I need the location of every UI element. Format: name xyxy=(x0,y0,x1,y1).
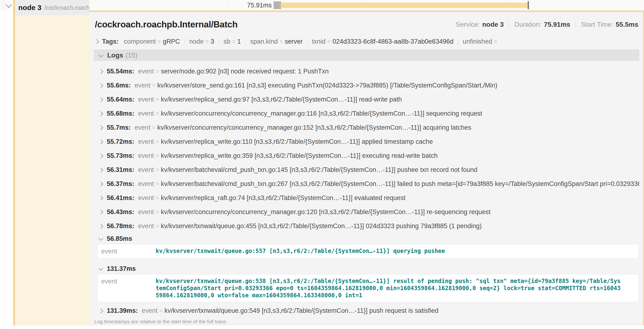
log-key: event xyxy=(138,152,154,160)
log-key: event xyxy=(138,138,154,146)
tag-item: component = gRPC xyxy=(124,38,180,45)
chevron-down-icon xyxy=(99,52,104,57)
log-message: kv/kvserver/batcheval/cmd_push_txn.go:26… xyxy=(161,180,639,188)
left-gutter-divider xyxy=(4,0,4,329)
log-list: 55.54ms: event = server/node.go:902 [n3]… xyxy=(94,61,639,318)
log-key: event xyxy=(142,307,158,314)
log-tick-marks xyxy=(274,2,281,9)
span-duration-label: 75.91ms xyxy=(222,0,272,10)
log-field-key: event xyxy=(101,278,156,299)
log-time: 55.7ms: xyxy=(107,124,131,131)
chevron-right-icon xyxy=(98,126,103,130)
tag-separator xyxy=(307,38,308,45)
log-entry-row[interactable]: 56.31ms: event = kv/kvserver/batcheval/c… xyxy=(94,163,639,177)
span-meta-item: Start Time: 55.5ms xyxy=(570,21,638,28)
log-entry-row[interactable]: 55.54ms: event = server/node.go:902 [n3]… xyxy=(94,64,639,78)
log-message: kv/kvserver/txnwait/queue.go:455 [n3,s3,… xyxy=(161,222,482,230)
log-key: event xyxy=(135,82,150,89)
log-key: event xyxy=(138,194,154,202)
tag-equals-icon: = xyxy=(206,38,208,45)
log-equals-icon: = xyxy=(156,110,159,117)
tag-equals-icon: = xyxy=(232,38,235,45)
log-equals-icon: = xyxy=(160,308,162,314)
selected-span-row[interactable]: node 3 /cockroach.roach… xyxy=(15,0,89,15)
tag-key: sb xyxy=(224,38,230,45)
tags-label: Tags: xyxy=(102,38,119,45)
log-entry-row[interactable]: 56.43ms: event = kv/kvserver/concurrency… xyxy=(94,205,639,219)
log-message: kv/kvserver/replica_send.go:97 [n3,s3,r6… xyxy=(161,96,402,103)
span-meta-item: Duration: 75.91ms xyxy=(504,21,570,28)
log-entry-row[interactable]: 55.73ms: event = kv/kvserver/replica_wri… xyxy=(94,149,639,163)
tag-value: 1 xyxy=(238,38,241,45)
chevron-right-icon xyxy=(98,168,103,172)
chevron-right-icon xyxy=(98,97,103,102)
log-entry-expanded: 56.85ms event kv/kvserver/txnwait/queue.… xyxy=(94,233,639,258)
span-service-name: node 3 xyxy=(18,4,42,12)
log-message: kv/kvserver/concurrency/concurrency_mana… xyxy=(157,124,471,131)
log-entry-expanded-header[interactable]: 56.85ms xyxy=(94,233,639,244)
meta-separator xyxy=(576,21,576,28)
tag-equals-icon: = xyxy=(158,38,161,45)
chevron-right-icon xyxy=(98,69,103,74)
log-time: 56.85ms xyxy=(107,235,132,242)
span-detail-panel: /cockroach.roachpb.Internal/Batch Servic… xyxy=(89,10,644,325)
tag-separator xyxy=(219,38,219,45)
meta-separator xyxy=(509,21,509,28)
log-message: kv/kvserver/concurrency/concurrency_mana… xyxy=(161,110,482,117)
log-entry-row[interactable]: 55.68ms: event = kv/kvserver/concurrency… xyxy=(94,106,639,121)
log-key: event xyxy=(138,166,154,174)
log-message: kv/kvserver/txnwait/queue.go:549 [n3,s3,… xyxy=(164,307,438,314)
span-color-accent xyxy=(13,0,15,326)
span-duration-bar[interactable] xyxy=(280,2,529,8)
log-field-key: event xyxy=(101,248,156,255)
tag-key: txnid xyxy=(312,38,326,45)
log-entry-row[interactable]: 55.7ms: event = kv/kvserver/concurrency/… xyxy=(94,121,639,135)
log-time: 56.41ms: xyxy=(107,194,134,202)
log-entry-row[interactable]: 56.41ms: event = kv/kvserver/replica_raf… xyxy=(94,191,639,205)
chevron-right-icon xyxy=(98,210,103,214)
span-name-column: node 3 /cockroach.roach… xyxy=(13,0,89,326)
log-time: 55.73ms: xyxy=(107,152,134,160)
tag-equals-icon: = xyxy=(494,38,497,45)
meta-label: Start Time: xyxy=(581,21,613,28)
log-equals-icon: = xyxy=(156,195,159,201)
tag-item: sb = 1 xyxy=(214,38,241,45)
meta-value: 75.91ms xyxy=(544,21,570,28)
tag-item: unfinished = xyxy=(454,38,499,45)
log-time: 55.72ms: xyxy=(107,138,134,146)
tag-equals-icon: = xyxy=(328,38,330,45)
log-entry-row[interactable]: 56.78ms: event = kv/kvserver/txnwait/que… xyxy=(94,219,639,233)
log-entry-row[interactable]: 56.37ms: event = kv/kvserver/batcheval/c… xyxy=(94,177,639,191)
log-entry-row[interactable]: 55.72ms: event = kv/kvserver/replica_wri… xyxy=(94,135,639,149)
log-time: 56.37ms: xyxy=(107,180,134,188)
chevron-right-icon xyxy=(98,83,103,88)
log-field-value: kv/kvserver/txnwait/queue.go:557 [n3,s3,… xyxy=(156,248,622,255)
tag-separator xyxy=(458,38,458,45)
chevron-right-icon xyxy=(98,196,103,200)
log-message: kv/kvserver/replica_write.go:110 [n3,s3,… xyxy=(161,138,433,146)
tag-key: unfinished xyxy=(463,38,492,45)
chevron-right-icon xyxy=(98,154,103,158)
log-time: 56.31ms: xyxy=(107,166,134,174)
log-entry-row[interactable]: 131.39ms: event = kv/kvserver/txnwait/qu… xyxy=(94,304,639,318)
log-equals-icon: = xyxy=(152,82,156,89)
tag-value: 024d3323-6c8f-4863-aa8b-37ab0e63496d xyxy=(332,38,453,45)
log-key: event xyxy=(138,68,154,75)
log-time: 131.39ms: xyxy=(107,307,138,314)
span-operation-name: /cockroach.roach… xyxy=(44,4,89,11)
log-field-value: kv/kvserver/txnwait/queue.go:538 [n3,s3,… xyxy=(156,278,622,299)
log-message: kv/kvserver/replica_write.go:359 [n3,s3,… xyxy=(161,152,438,160)
tags-section-toggle[interactable]: Tags: component = gRPC node = 3 sb = 1 s… xyxy=(94,37,639,46)
log-entry-row[interactable]: 55.6ms: event = kv/kvserver/store_send.g… xyxy=(94,78,639,92)
meta-value: 55.5ms xyxy=(616,21,638,28)
logs-section-toggle[interactable]: Logs (15) xyxy=(94,50,639,61)
span-bar-end-marker xyxy=(528,1,529,9)
span-title: /cockroach.roachpb.Internal/Batch xyxy=(95,20,238,30)
log-message: kv/kvserver/batcheval/cmd_push_txn.go:14… xyxy=(161,166,478,174)
chevron-right-icon xyxy=(98,224,103,229)
log-time: 56.43ms: xyxy=(107,208,134,216)
log-equals-icon: = xyxy=(156,167,159,173)
log-entry-expanded-header[interactable]: 131.37ms xyxy=(94,263,639,274)
log-key: event xyxy=(138,110,154,117)
log-entry-row[interactable]: 55.64ms: event = kv/kvserver/replica_sen… xyxy=(94,92,639,106)
